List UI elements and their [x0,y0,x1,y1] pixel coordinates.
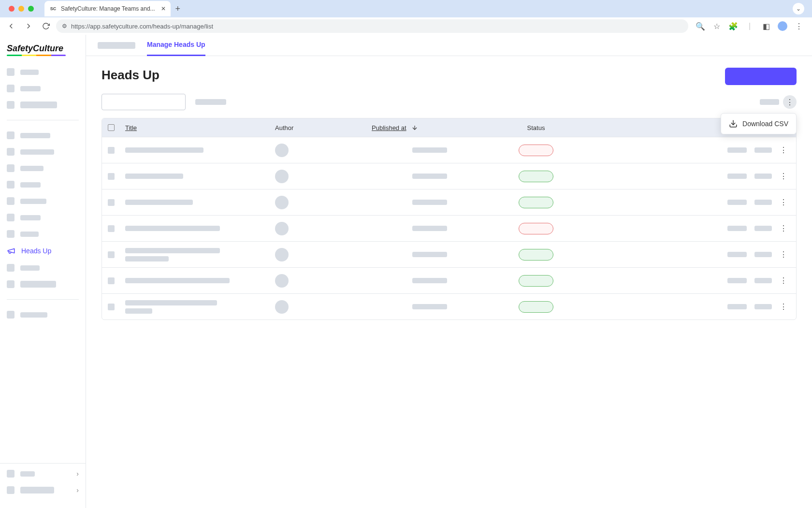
sidebar-item[interactable] [4,127,82,144]
page-title: Heads Up [102,68,160,83]
row-status [488,197,584,208]
url-input[interactable]: ⚙ https://app.safetyculture.com/heads-up… [56,19,688,33]
minimize-window-icon[interactable] [18,6,24,12]
row-title [125,174,275,179]
maximize-window-icon[interactable] [28,6,34,12]
download-icon [729,119,738,128]
sidebar-item-heads-up[interactable]: Heads Up [4,242,82,260]
sidebar-item[interactable] [4,226,82,242]
row-more-button[interactable]: ⋮ [780,302,787,311]
browser-tab[interactable]: SC SafetyCulture: Manage Teams and... ✕ [44,1,171,16]
row-more-button[interactable]: ⋮ [780,224,787,233]
close-window-icon[interactable] [9,6,14,12]
sidebar-footer-item[interactable]: › [4,465,82,482]
row-more-button[interactable]: ⋮ [780,172,787,181]
row-title [125,278,275,283]
row-more-button[interactable]: ⋮ [780,198,787,207]
select-all-checkbox[interactable] [108,124,125,131]
row-checkbox[interactable] [108,173,125,180]
filter-row: ⋮ [102,94,797,110]
column-title[interactable]: Title [125,124,275,131]
tabs-dropdown-button[interactable]: ⌄ [793,3,804,15]
avatar-icon [275,170,289,183]
row-extra: ⋮ [584,224,790,233]
status-badge [519,223,553,234]
reload-button[interactable] [39,19,53,33]
row-checkbox[interactable] [108,277,125,284]
avatar-icon [275,144,289,157]
search-input[interactable] [102,94,186,110]
sidebar-item-label: Heads Up [21,247,51,255]
download-csv-item[interactable]: Download CSV [723,116,794,132]
sort-placeholder[interactable] [760,99,779,105]
sidebar-nav-top [0,62,86,115]
close-tab-icon[interactable]: ✕ [159,5,166,12]
column-published[interactable]: Published at [372,124,488,131]
sidebar-item[interactable] [4,64,82,80]
table-row[interactable]: ⋮ [102,163,796,189]
row-status [488,249,584,261]
bookmark-icon[interactable]: ☆ [710,19,724,33]
primary-action-button[interactable] [725,68,797,85]
row-published [372,147,488,153]
sidebar-item[interactable] [4,209,82,226]
sidebar-item[interactable] [4,80,82,97]
browser-menu-icon[interactable]: ⋮ [792,19,806,33]
zoom-icon[interactable]: 🔍 [693,19,708,33]
row-more-button[interactable]: ⋮ [780,250,787,259]
sidepanel-icon[interactable]: ◧ [759,19,773,33]
new-tab-button[interactable]: + [171,4,186,14]
table-row[interactable]: ⋮ [102,267,796,293]
sidebar-item[interactable] [4,160,82,176]
row-author [275,248,372,261]
sidebar-item[interactable] [4,144,82,160]
sidebar-item[interactable] [4,97,82,113]
site-settings-icon[interactable]: ⚙ [62,23,67,29]
sidebar-item[interactable] [4,306,82,323]
row-author [275,274,372,288]
forward-button[interactable] [21,19,36,33]
table-row[interactable]: ⋮ [102,189,796,215]
row-more-button[interactable]: ⋮ [780,276,787,285]
avatar-icon [275,196,289,209]
table-row[interactable]: ⋮ [102,293,796,319]
column-author[interactable]: Author [275,124,372,131]
sidebar-item[interactable] [4,260,82,276]
download-csv-label: Download CSV [742,120,788,128]
browser-tab-bar: SC SafetyCulture: Manage Teams and... ✕ … [0,0,812,17]
row-title [125,226,275,231]
row-checkbox[interactable] [108,199,125,206]
extensions-icon[interactable]: 🧩 [726,19,740,33]
row-extra: ⋮ [584,198,790,207]
sidebar-item[interactable] [4,176,82,193]
sidebar-divider [7,299,79,300]
more-actions-button[interactable]: ⋮ [783,95,797,109]
sidebar-footer-item[interactable]: › [4,482,82,498]
window-controls [4,6,39,12]
sidebar: SafetyCulture Heads Up [0,35,86,508]
profile-icon[interactable] [775,19,790,33]
table-row[interactable]: ⋮ [102,215,796,241]
page-tab-placeholder[interactable] [98,42,135,49]
table-header: Title Author Published at Status [102,118,796,137]
sidebar-item[interactable] [4,193,82,209]
table-row[interactable]: ⋮ [102,137,796,163]
row-more-button[interactable]: ⋮ [780,145,787,155]
row-checkbox[interactable] [108,147,125,154]
table-row[interactable]: ⋮ [102,241,796,267]
sidebar-footer: › › [0,463,86,508]
row-extra: ⋮ [584,145,790,155]
brand-name: SafetyCulture [7,44,79,54]
main-content: Manage Heads Up Heads Up ⋮ [86,35,812,508]
row-checkbox[interactable] [108,225,125,232]
filter-placeholder[interactable] [195,99,226,105]
row-checkbox[interactable] [108,251,125,258]
sidebar-item[interactable] [4,276,82,292]
brand-logo[interactable]: SafetyCulture [0,35,86,62]
back-button[interactable] [4,19,18,33]
page-tab-manage[interactable]: Manage Heads Up [147,35,205,56]
row-status [488,223,584,234]
divider: | [742,19,757,33]
page-tabs: Manage Heads Up [86,35,812,56]
row-checkbox[interactable] [108,304,125,310]
